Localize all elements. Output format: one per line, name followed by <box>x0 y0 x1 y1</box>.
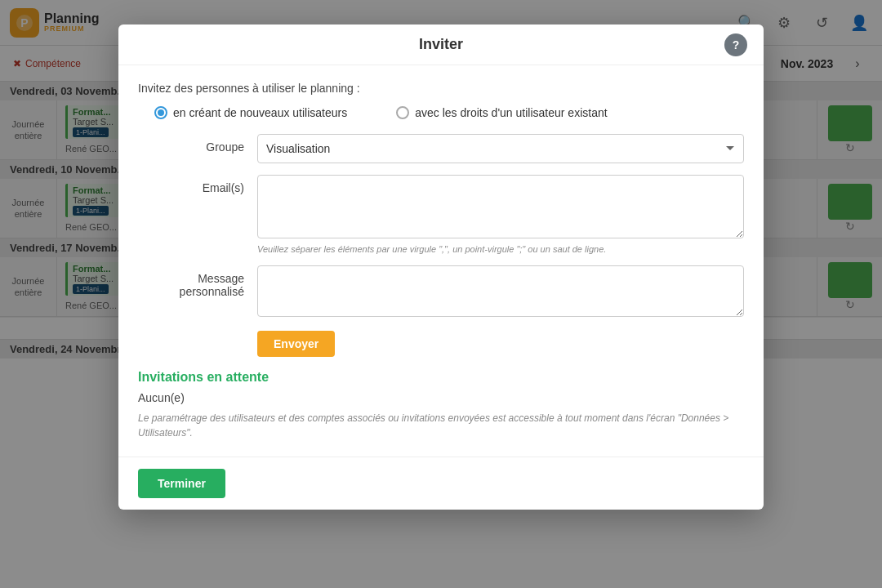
modal-header: Inviter ? <box>118 24 764 65</box>
groupe-label: Groupe <box>138 134 244 154</box>
radio-row: en créant de nouveaux utilisateurs avec … <box>138 106 744 119</box>
invitations-note: Le paramétrage des utilisateurs et des c… <box>138 411 744 440</box>
envoyer-button[interactable]: Envoyer <box>257 331 335 357</box>
terminer-button[interactable]: Terminer <box>138 469 225 498</box>
email-control: Veuillez séparer les éléments par une vi… <box>257 175 744 254</box>
email-hint: Veuillez séparer les éléments par une vi… <box>257 244 744 254</box>
modal-body: Invitez des personnes à utiliser le plan… <box>118 65 764 457</box>
invitations-empty: Aucun(e) <box>138 391 744 404</box>
radio-existing-circle <box>396 106 409 119</box>
radio-new-users[interactable]: en créant de nouveaux utilisateurs <box>154 106 347 119</box>
message-control <box>257 265 744 319</box>
radio-new-label: en créant de nouveaux utilisateurs <box>173 106 347 119</box>
groupe-control: Visualisation Administrateur Collaborate… <box>257 134 744 163</box>
form-row-groupe: Groupe Visualisation Administrateur Coll… <box>138 134 744 163</box>
invitations-section: Invitations en attente Aucun(e) Le param… <box>138 370 744 440</box>
message-label: Messagepersonnalisé <box>138 265 244 298</box>
modal-overlay: Inviter ? Invitez des personnes à utilis… <box>0 0 882 588</box>
modal-title: Inviter <box>135 36 747 53</box>
groupe-select[interactable]: Visualisation Administrateur Collaborate… <box>257 134 744 163</box>
modal-footer: Terminer <box>118 457 764 510</box>
invite-modal: Inviter ? Invitez des personnes à utilis… <box>118 24 764 510</box>
radio-existing-label: avec les droits d'un utilisateur existan… <box>415 106 607 119</box>
email-textarea[interactable] <box>257 175 744 238</box>
radio-new-circle <box>154 106 167 119</box>
form-row-message: Messagepersonnalisé <box>138 265 744 319</box>
invite-intro: Invitez des personnes à utiliser le plan… <box>138 82 744 95</box>
radio-existing-users[interactable]: avec les droits d'un utilisateur existan… <box>396 106 607 119</box>
help-button[interactable]: ? <box>724 33 747 56</box>
form-row-email: Email(s) Veuillez séparer les éléments p… <box>138 175 744 254</box>
email-label: Email(s) <box>138 175 244 194</box>
message-textarea[interactable] <box>257 265 744 317</box>
invitations-title: Invitations en attente <box>138 370 744 385</box>
